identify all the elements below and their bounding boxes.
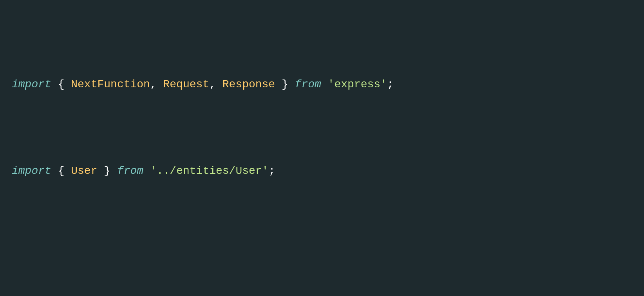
code-line-1: import { NextFunction, Request, Response… xyxy=(12,75,632,94)
code-editor: import { NextFunction, Request, Response… xyxy=(12,7,632,296)
code-line-3 xyxy=(12,248,632,266)
code-line-2: import { User } from '../entities/User'; xyxy=(12,162,632,180)
keyword-import: import xyxy=(12,78,51,90)
keyword-import2: import xyxy=(12,165,51,177)
